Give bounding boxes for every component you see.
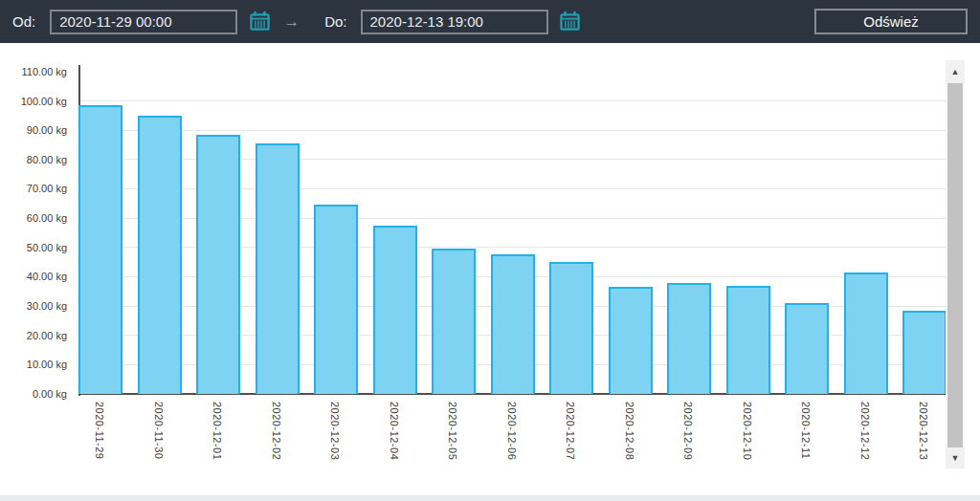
bar[interactable] bbox=[196, 135, 240, 394]
y-axis-tick-label: 70.00 kg bbox=[0, 183, 67, 194]
x-axis-tick-label: 2020-12-12 bbox=[859, 402, 871, 460]
scroll-up-button[interactable]: ▲ bbox=[946, 60, 965, 83]
y-axis-tick-label: 40.00 kg bbox=[0, 271, 67, 282]
y-axis-tick-label: 100.00 kg bbox=[0, 96, 67, 107]
gridline bbox=[79, 100, 946, 101]
y-axis-tick-label: 0.00 kg bbox=[0, 388, 67, 400]
to-label: Do: bbox=[324, 13, 346, 30]
bar[interactable] bbox=[373, 226, 417, 394]
from-calendar-button[interactable] bbox=[249, 11, 270, 33]
bar[interactable] bbox=[667, 283, 711, 394]
y-axis-tick-label: 80.00 kg bbox=[0, 154, 67, 165]
to-calendar-button[interactable] bbox=[560, 11, 581, 33]
calendar-icon bbox=[250, 11, 270, 33]
to-date-input[interactable] bbox=[361, 10, 548, 34]
from-label: Od: bbox=[12, 13, 35, 30]
triangle-down-icon: ▼ bbox=[951, 453, 960, 463]
x-axis-tick-label: 2020-12-13 bbox=[918, 402, 929, 460]
bar[interactable] bbox=[844, 272, 888, 394]
arrow-right-icon: → bbox=[283, 12, 300, 32]
bar[interactable] bbox=[785, 303, 829, 394]
bar[interactable] bbox=[432, 249, 476, 394]
bar-chart: 0.00 kg10.00 kg20.00 kg30.00 kg40.00 kg5… bbox=[0, 43, 980, 495]
x-axis-tick-label: 2020-12-08 bbox=[624, 402, 635, 460]
page-bottom-strip bbox=[0, 495, 980, 501]
bar[interactable] bbox=[609, 287, 653, 394]
chart-panel: 0.00 kg10.00 kg20.00 kg30.00 kg40.00 kg5… bbox=[0, 43, 980, 495]
y-axis-tick-label: 10.00 kg bbox=[0, 359, 67, 370]
bar[interactable] bbox=[78, 105, 122, 394]
y-axis-tick-label: 60.00 kg bbox=[0, 212, 67, 224]
x-axis-tick-label: 2020-12-03 bbox=[329, 402, 341, 460]
bar[interactable] bbox=[491, 254, 535, 394]
y-axis-tick-label: 20.00 kg bbox=[0, 330, 67, 341]
x-axis-tick-label: 2020-12-04 bbox=[389, 402, 400, 460]
y-axis-tick-label: 50.00 kg bbox=[0, 242, 67, 253]
calendar-icon bbox=[560, 11, 580, 33]
y-axis-tick-label: 30.00 kg bbox=[0, 300, 67, 312]
bar[interactable] bbox=[256, 143, 300, 394]
bar[interactable] bbox=[726, 286, 770, 394]
x-axis-tick-label: 2020-12-01 bbox=[212, 402, 223, 460]
bar[interactable] bbox=[138, 116, 182, 394]
x-axis-tick-label: 2020-12-11 bbox=[800, 402, 812, 459]
x-axis-tick-label: 2020-12-10 bbox=[742, 402, 753, 460]
triangle-up-icon: ▲ bbox=[951, 67, 960, 76]
bar[interactable] bbox=[314, 205, 358, 394]
y-axis-tick-label: 110.00 kg bbox=[0, 66, 67, 77]
bar[interactable] bbox=[549, 262, 593, 394]
bar[interactable] bbox=[902, 311, 947, 394]
scroll-down-button[interactable]: ▼ bbox=[946, 447, 965, 468]
x-axis-tick-label: 2020-11-29 bbox=[94, 402, 105, 459]
x-axis-tick-label: 2020-12-09 bbox=[682, 402, 694, 460]
x-axis-tick-label: 2020-12-02 bbox=[271, 402, 282, 460]
x-axis-tick-label: 2020-12-06 bbox=[506, 402, 518, 460]
scrollbar-thumb[interactable] bbox=[947, 83, 963, 447]
y-axis-tick-label: 90.00 kg bbox=[0, 124, 67, 136]
gridline bbox=[79, 130, 946, 131]
x-axis-tick-label: 2020-12-05 bbox=[447, 402, 458, 460]
refresh-button[interactable]: Odśwież bbox=[814, 9, 968, 34]
toolbar: Od: → Do: bbox=[0, 0, 980, 43]
x-axis-tick-label: 2020-11-30 bbox=[153, 402, 165, 459]
x-axis-tick-label: 2020-12-07 bbox=[565, 402, 576, 460]
vertical-scrollbar[interactable]: ▲ ▼ bbox=[946, 60, 965, 468]
from-date-input[interactable] bbox=[50, 10, 237, 34]
